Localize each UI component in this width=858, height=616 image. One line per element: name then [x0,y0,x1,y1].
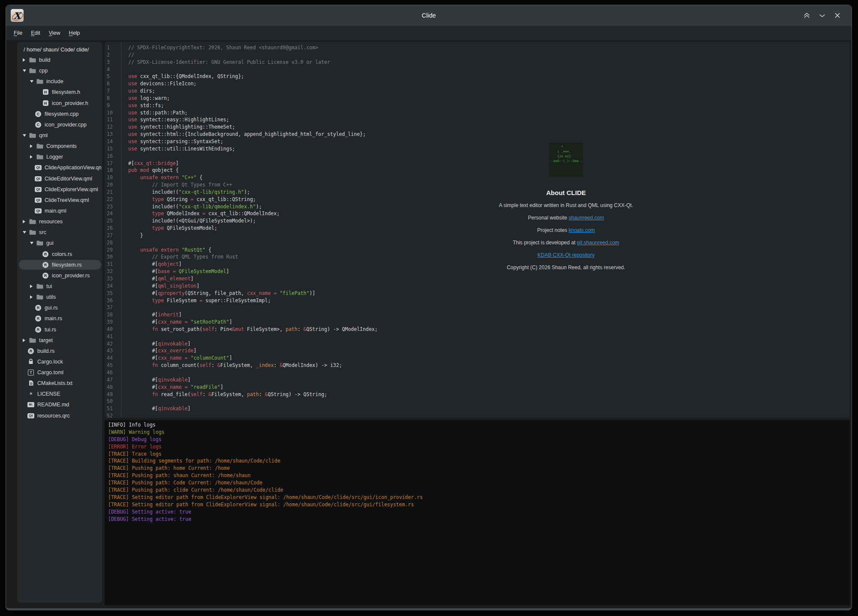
code-line: 18pub mod qobject { [105,167,850,174]
tree-item-gui-rs[interactable]: Rgui.rs [19,303,101,313]
tree-item-license[interactable]: ✶LICENSE [19,389,101,399]
code-text: #[qinvokable] [121,340,190,348]
code-line: 32 #[base = QFileSystemModel] [105,268,850,275]
code-line: 50 [105,398,850,405]
chevron-down-icon[interactable] [22,69,29,72]
tree-item-icon-provider-cpp[interactable]: Cicon_provider.cpp [19,120,101,129]
code-line: 22 type QString = cxx_qt_lib::QString; [105,196,850,203]
app-window: X Clide FileEditViewHelp / home/ shaun/ … [6,5,852,610]
tree-item-clideexplorerview-qml[interactable]: QtClideExplorerView.qml [19,184,101,194]
tree-item-cargo-toml[interactable]: TCargo.toml [19,367,101,377]
tree-item-resources[interactable]: resources [19,216,101,226]
tree-item-components[interactable]: Components [19,141,101,151]
file-explorer-panel[interactable]: / home/ shaun/ Code/ clide/ buildcppincl… [17,42,102,603]
tree-item-build[interactable]: build [19,55,101,65]
link-git-shaunreed[interactable]: git.shaunreed.com [577,240,619,246]
tree-item-logger[interactable]: Logger [19,152,101,162]
tree-item-readme-md[interactable]: M↓README.md [19,400,101,409]
titlebar[interactable]: X Clide [6,5,852,26]
code-text: use syntect::util::LinesWithEndings; [121,145,235,153]
tree-item-tui[interactable]: tui [19,281,101,291]
code-text: use syntect::highlighting::ThemeSet; [121,123,235,131]
menu-item-view[interactable]: View [45,27,65,39]
tree-item-label: ClideExplorerView.qml [45,186,98,192]
link-knoats[interactable]: knoats.com [569,227,595,233]
log-output-panel[interactable]: [INFO] Info logs[WARN] Warning logs[DEBU… [105,420,850,605]
line-number: 22 [105,196,121,203]
code-editor[interactable]: 1// SPDX-FileCopyrightText: 2026, Shaun … [105,42,850,418]
tree-item-target[interactable]: target [19,335,101,345]
menu-item-help[interactable]: Help [65,27,84,39]
log-line-debug: [DEBUG] Debug logs [108,436,850,443]
window-controls [803,5,841,26]
tree-item-clideapplicationview-qml[interactable]: QtClideApplicationView.qml [19,162,101,172]
tree-item-tui-rs[interactable]: Rtui.rs [19,325,101,334]
minimize-button[interactable] [818,12,826,19]
tree-item-label: icon_provider.h [52,100,88,106]
tree-item-label: README.md [37,402,69,408]
line-number: 14 [105,138,121,145]
chevron-down-icon[interactable] [22,231,29,234]
chevron-right-icon[interactable] [30,284,36,288]
chevron-down-icon[interactable] [30,80,36,83]
code-line: 42 #[qinvokable] [105,340,850,348]
tree-item-cargo-lock[interactable]: Cargo.lock [19,357,101,367]
chevron-right-icon[interactable] [30,295,36,299]
tree-item-label: utils [46,294,56,300]
chevron-down-icon[interactable] [22,134,29,137]
code-line: 1// SPDX-FileCopyrightText: 2026, Shaun … [105,44,850,51]
line-number: 34 [105,282,121,290]
code-text: fn column_count(self: &FileSystem, _inde… [121,362,342,369]
menu-item-file[interactable]: File [9,27,27,39]
tree-item-label: Components [46,143,77,149]
tree-item-resources-qrc[interactable]: Qtresources.qrc [19,411,101,421]
tree-item-label: LICENSE [37,391,60,397]
tree-item-build-rs[interactable]: Rbuild.rs [19,346,101,356]
tree-item-main-rs[interactable]: Rmain.rs [19,313,101,323]
code-text: #[qinvokable] [121,376,190,384]
tree-item-gui[interactable]: gui [19,238,101,248]
tree-item-src[interactable]: src [19,227,101,237]
tree-item-colors-rs[interactable]: Rcolors.rs [19,249,101,259]
about-text: Personal website [528,215,569,221]
tree-item-cmakelists-txt[interactable]: CMakeLists.txt [19,378,101,388]
menubar: FileEditViewHelp [6,26,852,40]
tree-item-utils[interactable]: utils [19,292,101,302]
about-text-line: Copyright (C) 2026 Shaun Reed, all right… [493,261,639,274]
tree-item-filesystem-cpp[interactable]: Cfilesystem.cpp [19,109,101,119]
tree-item-icon-provider-h[interactable]: Hicon_provider.h [19,98,101,108]
menu-item-edit[interactable]: Edit [27,27,45,39]
tree-item-include[interactable]: include [19,76,101,86]
link-shaunreed[interactable]: shaunreed.com [569,215,604,221]
line-number: 38 [105,311,121,319]
chevron-right-icon[interactable] [30,144,36,148]
tree-item-qml[interactable]: qml [19,130,101,140]
line-number: 31 [105,261,121,268]
tree-item-clideeditorview-qml[interactable]: QtClideEditorView.qml [19,174,101,183]
tree-item-icon-provider-rs[interactable]: Ricon_provider.rs [19,270,101,280]
tree-item-main-qml[interactable]: Qtmain.qml [19,206,101,216]
tree-root-path[interactable]: / home/ shaun/ Code/ clide/ [24,45,101,54]
rollup-button[interactable] [803,12,810,19]
line-number: 10 [105,109,121,117]
rust-file-icon: R [42,251,49,257]
close-button[interactable] [834,12,841,19]
tree-item-filesystem-rs[interactable]: Rfilesystem.rs [19,260,101,270]
chevron-down-icon[interactable] [30,241,36,245]
folder-icon [36,294,43,300]
tree-item-cpp[interactable]: cpp [19,66,101,75]
chevron-right-icon[interactable] [22,338,29,343]
tree-item-filesystem-h[interactable]: Hfilesystem.h [19,87,101,97]
code-line: 26 type QFileSystemModel; [105,225,850,232]
c-header-file-icon: H [42,89,49,95]
tree-item-clidetreeview-qml[interactable]: QtClideTreeView.qml [19,195,101,205]
chevron-right-icon[interactable] [22,219,29,224]
tree-item-label: resources.qrc [37,413,70,419]
main-content: / home/ shaun/ Code/ clide/ buildcppincl… [6,40,852,608]
link-kdab-cxx-qt-repository[interactable]: KDAB CXX-Qt repository [537,252,594,258]
code-line: 44 #[cxx_name = "columnCount"] [105,355,850,362]
chevron-right-icon[interactable] [22,58,29,62]
folder-icon [36,240,43,246]
code-line: 6use devicons::FileIcon; [105,80,850,87]
chevron-right-icon[interactable] [30,155,36,159]
